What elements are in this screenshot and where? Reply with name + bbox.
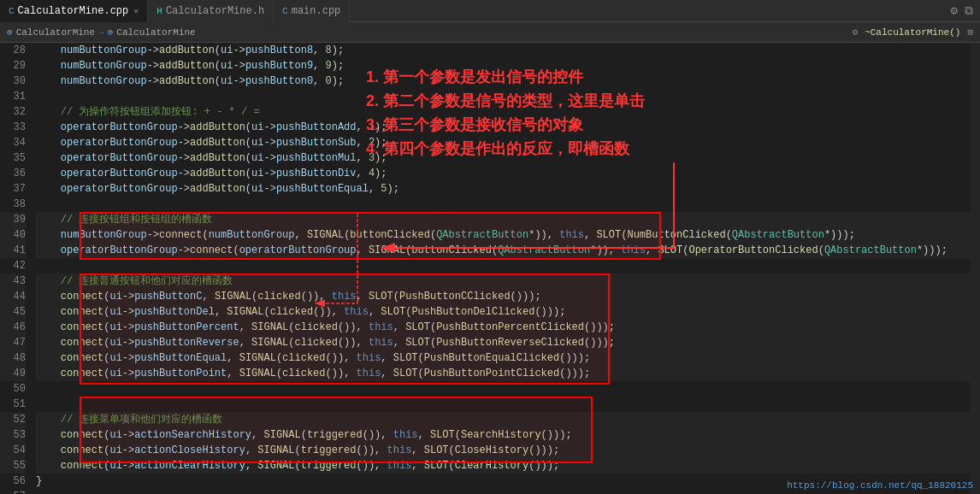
line-numbers: 28 29 30 31 32 33 34 35 36 37 38 39 40 4… bbox=[0, 43, 32, 494]
line-num-48: 48 bbox=[0, 350, 26, 366]
line-num-54: 54 bbox=[0, 443, 26, 458]
line-num-50: 50 bbox=[0, 381, 26, 397]
tab-icon-h: H bbox=[156, 6, 162, 16]
line-num-55: 55 bbox=[0, 458, 26, 473]
tab-icon-cpp: C bbox=[9, 6, 15, 16]
code-line-37: operatorButtonGroup->addButton(ui->pushB… bbox=[36, 181, 970, 197]
code-line-42 bbox=[36, 258, 970, 273]
tab-label-h: CalculatorMine.h bbox=[166, 5, 264, 17]
code-line-44: connect(ui->pushButtonC, SIGNAL(clicked(… bbox=[36, 289, 970, 304]
line-num-34: 34 bbox=[0, 135, 26, 150]
code-line-46: connect(ui->pushButtonPercent, SIGNAL(cl… bbox=[36, 320, 970, 335]
line-num-51: 51 bbox=[0, 397, 26, 412]
line-num-29: 29 bbox=[0, 58, 26, 74]
tab-bar: C CalculatorMine.cpp ✕ H CalculatorMine.… bbox=[0, 0, 980, 22]
line-num-33: 33 bbox=[0, 120, 26, 135]
tab-settings-icon[interactable]: ⚙ bbox=[951, 3, 958, 18]
code-line-55: connect(ui->actionClearHistory, SIGNAL(t… bbox=[36, 458, 970, 473]
line-num-40: 40 bbox=[0, 227, 26, 243]
line-num-41: 41 bbox=[0, 243, 26, 258]
tab-bar-right: ⚙ ⧉ bbox=[951, 3, 980, 18]
code-line-30: numButtonGroup->addButton(ui->pushButton… bbox=[36, 74, 970, 89]
nav-gear-icon[interactable]: ⚙ bbox=[853, 26, 859, 38]
code-line-50 bbox=[36, 381, 970, 397]
code-line-31 bbox=[36, 89, 970, 104]
code-line-53: connect(ui->actionSearchHistory, SIGNAL(… bbox=[36, 427, 970, 443]
tab-main-cpp[interactable]: C main.cpp bbox=[274, 0, 350, 22]
code-line-51 bbox=[36, 397, 970, 412]
nav-destructor[interactable]: ~CalculatorMine() bbox=[865, 27, 960, 38]
code-line-32: // 为操作符按钮组添加按钮: + - * / = bbox=[36, 104, 970, 120]
line-num-52: 52 bbox=[0, 412, 26, 427]
line-num-57: 57 bbox=[0, 489, 26, 494]
line-num-47: 47 bbox=[0, 335, 26, 350]
nav-class-icon: ⊕ bbox=[7, 26, 13, 38]
tab-calculatormine-h[interactable]: H CalculatorMine.h bbox=[148, 0, 274, 22]
code-area[interactable]: numButtonGroup->addButton(ui->pushButton… bbox=[32, 43, 970, 494]
nav-expand-icon[interactable]: ⊞ bbox=[967, 26, 973, 38]
line-num-39: 39 bbox=[0, 212, 26, 227]
nav-method-icon: ⊕ bbox=[108, 26, 114, 38]
line-num-32: 32 bbox=[0, 104, 26, 120]
code-line-28: numButtonGroup->addButton(ui->pushButton… bbox=[36, 43, 970, 58]
line-num-44: 44 bbox=[0, 289, 26, 304]
code-line-54: connect(ui->actionCloseHistory, SIGNAL(t… bbox=[36, 443, 970, 458]
line-num-30: 30 bbox=[0, 74, 26, 89]
code-line-35: operatorButtonGroup->addButton(ui->pushB… bbox=[36, 150, 970, 166]
line-num-56: 56 bbox=[0, 473, 26, 489]
nav-bar: ⊕ CalculatorMine → ⊕ CalculatorMine ⚙ ~C… bbox=[0, 22, 980, 43]
bottom-url: https://blog.csdn.net/qq_18820125 bbox=[787, 480, 973, 491]
code-line-41: operatorButtonGroup->connect(operatorBut… bbox=[36, 243, 970, 258]
scrollbar[interactable] bbox=[970, 43, 980, 494]
tab-label-main: main.cpp bbox=[292, 5, 341, 17]
code-line-49: connect(ui->pushButtonPoint, SIGNAL(clic… bbox=[36, 366, 970, 381]
tab-split-icon[interactable]: ⧉ bbox=[965, 4, 973, 18]
line-num-37: 37 bbox=[0, 181, 26, 197]
line-num-38: 38 bbox=[0, 197, 26, 212]
line-num-53: 53 bbox=[0, 427, 26, 443]
tab-calculatormine-cpp[interactable]: C CalculatorMine.cpp ✕ bbox=[0, 0, 148, 22]
code-line-33: operatorButtonGroup->addButton(ui->pushB… bbox=[36, 120, 970, 135]
code-line-47: connect(ui->pushButtonReverse, SIGNAL(cl… bbox=[36, 335, 970, 350]
nav-class[interactable]: CalculatorMine bbox=[16, 27, 95, 38]
code-line-36: operatorButtonGroup->addButton(ui->pushB… bbox=[36, 166, 970, 181]
line-num-43: 43 bbox=[0, 273, 26, 289]
code-line-52: // 连接菜单项和他们对应的槽函数 bbox=[36, 412, 970, 427]
line-num-42: 42 bbox=[0, 258, 26, 273]
ide-window: C CalculatorMine.cpp ✕ H CalculatorMine.… bbox=[0, 0, 980, 494]
code-line-45: connect(ui->pushButtonDel, SIGNAL(clicke… bbox=[36, 304, 970, 320]
nav-right: ⚙ ~CalculatorMine() ⊞ bbox=[853, 26, 973, 38]
tab-icon-main: C bbox=[282, 6, 288, 16]
nav-method[interactable]: CalculatorMine bbox=[116, 27, 195, 38]
code-line-43: // 连接普通按钮和他们对应的槽函数 bbox=[36, 273, 970, 289]
code-line-38 bbox=[36, 197, 970, 212]
code-line-29: numButtonGroup->addButton(ui->pushButton… bbox=[36, 58, 970, 74]
code-line-40: numButtonGroup->connect(numButtonGroup, … bbox=[36, 227, 970, 243]
line-num-46: 46 bbox=[0, 320, 26, 335]
line-num-28: 28 bbox=[0, 43, 26, 58]
line-num-36: 36 bbox=[0, 166, 26, 181]
line-num-35: 35 bbox=[0, 150, 26, 166]
tab-label-cpp: CalculatorMine.cpp bbox=[18, 5, 129, 17]
code-line-48: connect(ui->pushButtonEqual, SIGNAL(clic… bbox=[36, 350, 970, 366]
line-num-49: 49 bbox=[0, 366, 26, 381]
tab-close-cpp[interactable]: ✕ bbox=[133, 6, 139, 16]
line-num-45: 45 bbox=[0, 304, 26, 320]
code-line-39: // 连接按钮组和按钮组的槽函数 bbox=[36, 212, 970, 227]
line-num-31: 31 bbox=[0, 89, 26, 104]
editor: 28 29 30 31 32 33 34 35 36 37 38 39 40 4… bbox=[0, 43, 980, 494]
code-line-34: operatorButtonGroup->addButton(ui->pushB… bbox=[36, 135, 970, 150]
nav-arrow: → bbox=[98, 27, 104, 38]
